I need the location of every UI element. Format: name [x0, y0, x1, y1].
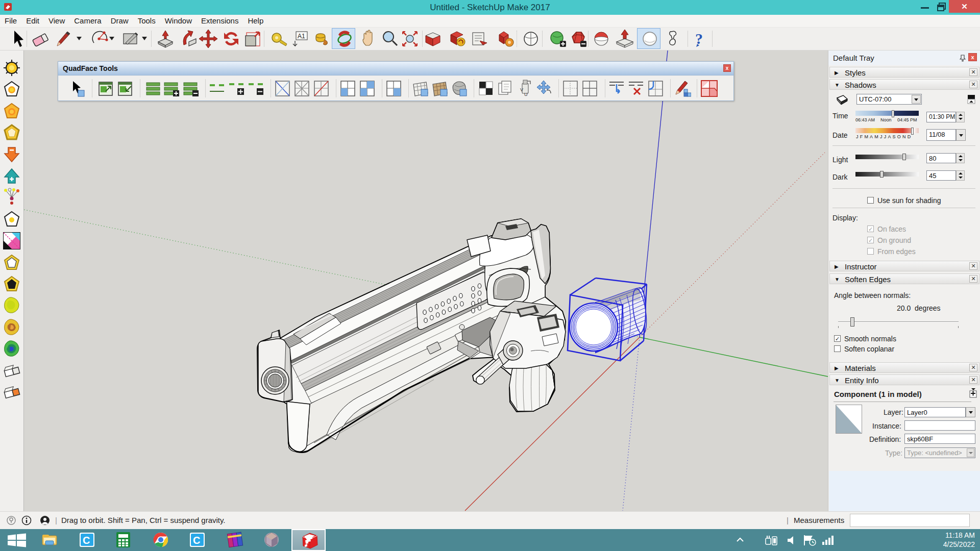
- svg-text:C: C: [193, 535, 200, 546]
- svg-text:A1: A1: [298, 33, 305, 40]
- svg-text:C: C: [83, 535, 90, 546]
- svg-text:?: ?: [695, 30, 703, 47]
- svg-text:U: U: [524, 92, 528, 97]
- svg-text:V: V: [520, 87, 523, 92]
